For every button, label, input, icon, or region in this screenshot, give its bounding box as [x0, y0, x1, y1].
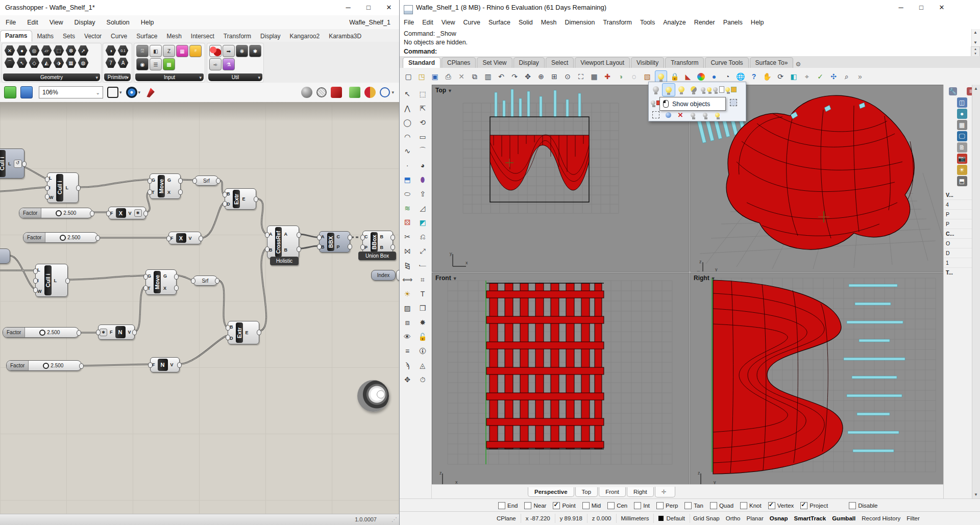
delete-icon[interactable]: ✕ [456, 71, 467, 82]
zoom-extents-icon[interactable] [107, 87, 118, 98]
rhino-maximize-button[interactable]: □ [911, 0, 932, 15]
rotate-tool-icon[interactable]: ⟲ [416, 116, 429, 129]
gh-tab-intersect[interactable]: Intersect [186, 31, 219, 42]
rhino-menu-analyze[interactable]: Analyze [659, 19, 690, 26]
rhino-menu-file[interactable]: File [400, 19, 418, 26]
node-bbx-selected[interactable]: A B BBX C P [319, 231, 350, 253]
param-arc-icon[interactable]: ⌒ [4, 57, 15, 68]
chevron-down-icon[interactable]: ▾ [391, 90, 394, 95]
node-index[interactable]: Index [371, 270, 396, 281]
copy-icon[interactable]: ⧉ [469, 71, 480, 82]
rhino-menu-dimension[interactable]: Dimension [560, 19, 599, 26]
zoom-window-icon[interactable]: ⊞ [549, 71, 560, 82]
toolbar-tab-cplanes[interactable]: CPlanes [442, 57, 476, 68]
group-tool-icon[interactable]: ⧈ [401, 316, 414, 329]
checkbox-checked-icon[interactable] [553, 502, 560, 509]
viewport-tab-perspective[interactable]: Perspective [528, 487, 574, 497]
param-arrow-icon[interactable]: ➚ [78, 45, 89, 56]
toggle-input-icon[interactable]: ◧ [150, 45, 162, 57]
command-scrollbar[interactable]: ▲ ▼ [971, 29, 980, 46]
gh-tab-karamba3d[interactable]: Karamba3D [324, 31, 366, 42]
expression-icon[interactable]: ✱ [100, 329, 107, 336]
toggle-filter[interactable]: Filter [903, 515, 923, 521]
node-extrude-top[interactable]: B D Extr E [225, 188, 256, 210]
gh-menu-solution[interactable]: Solution [101, 19, 135, 26]
port-out-E[interactable]: E [242, 196, 246, 202]
curve-tool-icon[interactable]: ∿ [401, 144, 414, 158]
port-out-G[interactable]: G [167, 178, 171, 183]
factor-slider-1[interactable]: Factor 2.500 [19, 208, 92, 218]
lock-icon[interactable]: 🔒 [669, 71, 680, 82]
cyan-box-icon[interactable]: ◧ [788, 71, 799, 82]
scale-tool-icon[interactable]: ⤢ [416, 244, 429, 258]
zoom-dynamic-icon[interactable]: ⊕ [535, 71, 547, 82]
factor-slider-3[interactable]: Factor 2.500 [3, 327, 79, 338]
save-file-icon[interactable] [20, 86, 33, 98]
zoom-selected-icon[interactable]: ⊙ [562, 71, 573, 82]
osnap-int[interactable]: Int [634, 502, 650, 509]
visibility-tool-icon[interactable]: 👁 [401, 330, 414, 343]
viewport-tab-top[interactable]: Top [575, 487, 598, 497]
text-tool-icon[interactable]: T [416, 287, 429, 301]
gh-menu-file[interactable]: File [0, 19, 21, 26]
node-cull-selected[interactable]: Cull i L ↺ [0, 148, 24, 179]
block-tool-icon[interactable]: ❒ [416, 302, 429, 315]
undo-icon[interactable]: ↺ [14, 160, 22, 168]
node-move-top[interactable]: G T Move G X [150, 173, 181, 199]
port-in-D[interactable]: D [230, 336, 233, 341]
rhino-menu-panels[interactable]: Panels [719, 19, 747, 26]
toolbar-tab-visibility[interactable]: Visibility [631, 57, 664, 68]
checkbox-icon[interactable] [634, 502, 641, 509]
node-move-bottom[interactable]: G T Move G X [145, 269, 177, 295]
gradient-input-icon[interactable]: ▦ [176, 45, 188, 57]
toggle-grid-snap[interactable]: Grid Snap [690, 515, 723, 521]
arrow2-icon[interactable]: ➾ [209, 58, 222, 70]
osnap-disable[interactable]: Disable [849, 502, 877, 509]
checkbox-icon[interactable] [710, 502, 717, 509]
polyline-tool-icon[interactable]: ⋀ [401, 102, 414, 115]
port-out-V[interactable]: V [170, 362, 174, 367]
node-cull-pattern-bottom[interactable]: L I W Cull i L [35, 264, 68, 297]
flask-icon[interactable]: ⚗ [223, 58, 235, 70]
rotate-view-icon[interactable]: ⟳ [775, 71, 786, 82]
slider-input-icon[interactable]: ⍗ [136, 45, 149, 57]
viewport-front[interactable]: Front▼ [432, 272, 690, 485]
port-out-B[interactable]: B [380, 234, 384, 239]
circle-tool-icon[interactable]: ◯ [401, 116, 414, 129]
pointer-tool-icon[interactable]: ↖ [401, 87, 414, 101]
cherry-icon[interactable] [209, 45, 222, 57]
knob-input-icon[interactable]: ◉ [136, 58, 149, 70]
cluster-icon[interactable]: ❋ [236, 45, 248, 57]
resize-grip-icon[interactable]: ⋰ [391, 516, 397, 523]
slider-knob[interactable] [39, 330, 45, 336]
check-icon[interactable]: ✓ [815, 71, 826, 82]
osnap-cen[interactable]: Cen [607, 502, 627, 509]
port-out-P[interactable]: P [337, 244, 340, 249]
node-unit-x-1[interactable]: F X V ✱ [108, 207, 146, 219]
param-integer-icon[interactable]: 7 [105, 57, 116, 68]
show-in-detail-icon[interactable] [724, 83, 737, 95]
port-out-L[interactable]: L [54, 278, 57, 283]
port-out-B2[interactable]: B [380, 245, 384, 250]
gh-tab-display[interactable]: Display [256, 31, 285, 42]
box-tool-icon[interactable]: ⬒ [401, 173, 414, 186]
scroll-down-icon[interactable]: ▼ [972, 39, 979, 46]
gh-tab-curve[interactable]: Curve [106, 31, 132, 42]
port-in-I[interactable]: I [37, 278, 42, 283]
gh-canvas[interactable]: Cull i L ↺ L I W Cull i L G T Move [0, 102, 399, 514]
param-boolean-icon[interactable]: ◑ [105, 45, 116, 56]
osnap-tan[interactable]: Tan [684, 502, 703, 509]
color-wheel-icon[interactable] [697, 73, 705, 81]
param-surface-icon[interactable]: ◭ [41, 57, 52, 68]
render-cone-icon[interactable]: ◣ [682, 71, 694, 82]
layer-tool-icon[interactable]: ≡ [401, 344, 414, 358]
compass-knob[interactable] [377, 390, 385, 398]
toggle-planar[interactable]: Planar [743, 515, 766, 521]
keypad-input-icon[interactable]: Z [163, 45, 175, 57]
port-out-C[interactable]: C [337, 234, 340, 239]
save-icon[interactable]: ▣ [429, 71, 440, 82]
snapshot-tool-icon[interactable]: ⏱ [416, 373, 429, 386]
props-tool-icon[interactable]: 🛈 [416, 344, 429, 358]
new-viewport-tab-button[interactable]: ✛ [655, 487, 675, 497]
lamp-tool-icon[interactable]: ☀ [401, 287, 414, 301]
